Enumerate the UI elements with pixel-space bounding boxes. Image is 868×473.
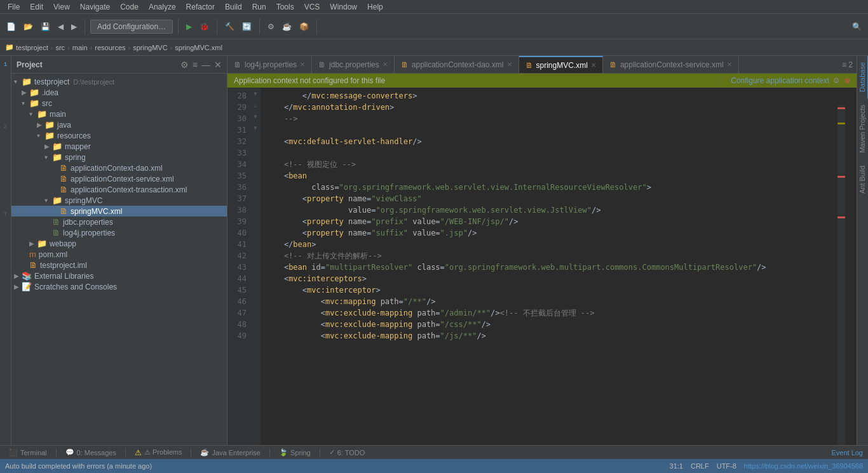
tree-item-pom[interactable]: m pom.xml <box>11 249 227 260</box>
tree-item-src[interactable]: ▾ 📁 src <box>11 98 227 109</box>
tree-item-jdbc-prop[interactable]: 🗎 jdbc.properties <box>11 217 227 227</box>
tab-close-springmvc[interactable]: ✕ <box>591 62 596 69</box>
code-content[interactable]: </mvc:message-converters> </mvc:annotati… <box>261 88 857 445</box>
tab-close-log4j[interactable]: ✕ <box>300 61 305 68</box>
settings-btn[interactable]: ⚙ <box>265 21 277 32</box>
csdn-url[interactable]: https://blog.csdn.net/weixin_36904568 <box>744 462 863 470</box>
breadcrumb-resources[interactable]: resources <box>95 44 125 51</box>
bottom-tab-spring[interactable]: 🍃 Spring <box>275 446 315 460</box>
menu-window[interactable]: Window <box>325 1 362 13</box>
sdk-btn[interactable]: ☕ <box>280 21 294 32</box>
tab-close-jdbc[interactable]: ✕ <box>383 61 388 68</box>
xml-icon: 🗎 <box>60 163 68 173</box>
code-editor[interactable]: 28 29 30 31 32 33 34 35 36 37 38 39 40 4… <box>227 88 857 445</box>
new-file-btn[interactable]: 📄 <box>4 21 18 32</box>
spring-icon: 🍃 <box>279 448 288 456</box>
tree-item-transaction-xml[interactable]: 🗎 applicationContext-transaction.xml <box>11 184 227 195</box>
menu-vcs[interactable]: VCS <box>299 1 325 13</box>
menu-refactor[interactable]: Refactor <box>181 1 220 13</box>
menu-file[interactable]: File <box>3 1 25 13</box>
tree-item-main[interactable]: ▾ 📁 main <box>11 109 227 119</box>
menu-code[interactable]: Code <box>115 1 144 13</box>
tree-item-webapp[interactable]: ▶ 📁 webapp <box>11 238 227 249</box>
tree-item-log4j-prop[interactable]: 🗎 log4j.properties <box>11 227 227 238</box>
menu-view[interactable]: View <box>48 1 75 13</box>
fold-45[interactable]: ▾ <box>250 122 261 133</box>
tree-item-spring[interactable]: ▾ 📁 spring <box>11 152 227 163</box>
menu-navigate[interactable]: Navigate <box>75 1 115 13</box>
crlf-indicator[interactable]: CRLF <box>691 462 709 470</box>
right-tab-maven[interactable]: Maven Projects <box>857 98 869 159</box>
tab-close-dao[interactable]: ✕ <box>507 61 512 68</box>
tree-item-mapper[interactable]: ▶ 📁 mapper <box>11 141 227 152</box>
fold-38[interactable]: ▵ <box>250 99 261 110</box>
search-btn[interactable]: 🔍 <box>850 21 864 32</box>
bottom-tab-todo[interactable]: ✓ 6: TODO <box>325 446 369 460</box>
menu-edit[interactable]: Edit <box>25 1 48 13</box>
warning-gear-icon[interactable]: ⚙ <box>833 76 840 85</box>
encoding-indicator[interactable]: UTF-8 <box>717 462 736 470</box>
menu-analyze[interactable]: Analyze <box>144 1 181 13</box>
back-btn[interactable]: ◀ <box>55 21 66 32</box>
add-configuration-button[interactable]: Add Configuration… <box>90 20 173 34</box>
bottom-tab-messages[interactable]: 💬 0: Messages <box>62 446 120 460</box>
breadcrumb-main[interactable]: main <box>72 44 88 51</box>
right-tab-database[interactable]: Database <box>857 56 869 98</box>
configure-context-link[interactable]: Configure application context <box>731 76 829 85</box>
breadcrumb-testproject[interactable]: 📁 testproject <box>5 43 48 51</box>
fold-44[interactable]: ▾ <box>250 110 261 122</box>
tree-item-service-xml[interactable]: 🗎 applicationContext-service.xml <box>11 173 227 184</box>
left-icon-2[interactable]: 2 <box>0 121 11 132</box>
breadcrumb-file[interactable]: springMVC.xml <box>175 44 222 51</box>
more-btn[interactable]: 📦 <box>297 21 311 32</box>
tab-close-service[interactable]: ✕ <box>727 61 732 68</box>
bottom-tab-terminal[interactable]: ⬛ Terminal <box>5 446 51 460</box>
tab-log4j[interactable]: 🗎 log4j.properties ✕ <box>227 56 312 74</box>
project-title: Project <box>17 60 180 69</box>
forward-btn[interactable]: ▶ <box>69 21 79 32</box>
tab-jdbc[interactable]: 🗎 jdbc.properties ✕ <box>312 56 395 74</box>
menu-help[interactable]: Help <box>362 1 388 13</box>
project-path: D:\testproject <box>73 78 114 86</box>
bottom-tab-java-enterprise[interactable]: ☕ Java Enterprise <box>196 446 264 460</box>
tab-service-xml[interactable]: 🗎 applicationContext-service.xml ✕ <box>603 56 739 74</box>
bottom-tab-problems[interactable]: ⚠ ⚠ Problems <box>131 446 186 460</box>
menu-tools[interactable]: Tools <box>271 1 299 13</box>
open-btn[interactable]: 📂 <box>21 21 36 32</box>
tree-item-iml[interactable]: 🗎 testproject.iml <box>11 260 227 270</box>
save-btn[interactable]: 💾 <box>38 21 53 32</box>
tab-springmvc[interactable]: 🗎 springMVC.xml ✕ <box>519 56 603 74</box>
tree-item-idea[interactable]: ▶ 📁 .idea <box>11 87 227 98</box>
sync-btn[interactable]: 🔄 <box>240 21 254 32</box>
tree-item-resources[interactable]: ▾ 📁 resources <box>11 130 227 141</box>
breadcrumb-src[interactable]: src <box>55 44 65 51</box>
build-btn[interactable]: 🔨 <box>222 21 237 32</box>
tree-item-dao-xml[interactable]: 🗎 applicationContext-dao.xml <box>11 163 227 173</box>
tree-item-java[interactable]: ▶ 📁 java <box>11 119 227 130</box>
tree-item-ext-libs[interactable]: ▶ 📚 External Libraries <box>11 270 227 281</box>
collapse-icon[interactable]: — <box>201 60 210 70</box>
project-header: Project ⚙ ≡ — ✕ <box>11 56 227 74</box>
cursor-position[interactable]: 31:1 <box>670 462 683 470</box>
right-tab-ant[interactable]: Ant Build <box>857 159 869 200</box>
menu-run[interactable]: Run <box>247 1 271 13</box>
event-log-link[interactable]: Event Log <box>831 449 863 456</box>
tree-item-springmvc-xml[interactable]: 🗎 springMVC.xml <box>11 206 227 217</box>
close-icon[interactable]: ✕ <box>214 60 222 70</box>
tree-item-scratches[interactable]: ▶ 📝 Scratches and Consoles <box>11 281 227 292</box>
tab-more[interactable]: ≡ 2 <box>838 60 857 69</box>
tree-item-testproject[interactable]: ▾ 📁 testproject D:\testproject <box>11 76 227 87</box>
minimap-scroll[interactable] <box>837 105 845 445</box>
fold-35[interactable]: ▾ <box>250 88 261 99</box>
left-icon-1[interactable]: 1 <box>0 58 11 70</box>
breadcrumb-springmvc[interactable]: springMVC <box>133 44 167 51</box>
debug-btn[interactable]: 🐞 <box>197 21 212 32</box>
settings-icon[interactable]: ⚙ <box>180 60 189 70</box>
tree-item-springmvc-folder[interactable]: ▾ 📁 springMVC <box>11 195 227 206</box>
layout-icon[interactable]: ≡ <box>193 60 198 70</box>
tab-dao-xml[interactable]: 🗎 applicationContext-dao.xml ✕ <box>395 56 519 74</box>
line-num-42: 42 <box>227 250 247 262</box>
run-btn[interactable]: ▶ <box>184 21 194 32</box>
menu-build[interactable]: Build <box>220 1 247 13</box>
left-icon-3[interactable]: 7 <box>0 208 11 220</box>
